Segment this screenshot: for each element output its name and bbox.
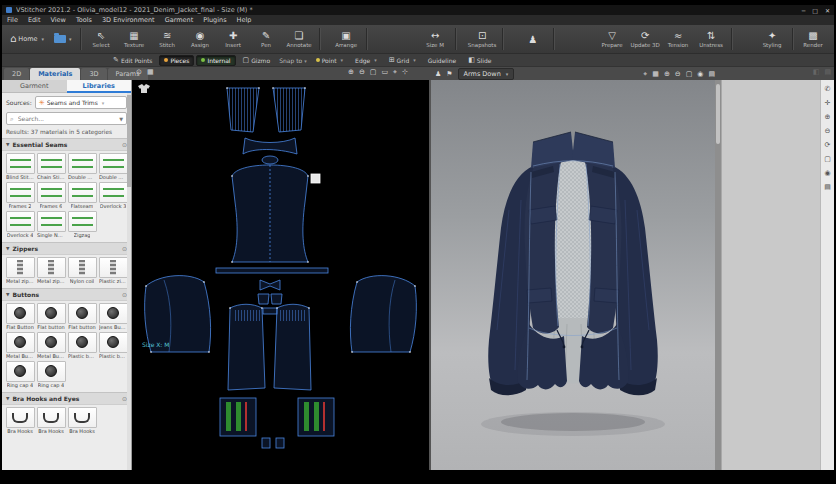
target-icon[interactable]: ⌖ — [393, 69, 397, 76]
edit-points-button[interactable]: ✎ Edit Points — [108, 54, 157, 66]
library-item[interactable]: Flat button — [36, 303, 66, 331]
zoom-in-icon[interactable]: ⊕ — [348, 69, 354, 76]
toolbar-annotate-button[interactable]: ❏Annotate — [283, 29, 316, 49]
library-item[interactable]: Overlock 3 — [98, 182, 128, 210]
library-item[interactable]: Bra Hooks — [5, 407, 35, 435]
library-item[interactable]: Chain Stitch — [36, 153, 66, 181]
avatar-icon[interactable]: ♟ — [435, 71, 441, 78]
zoom-in-icon[interactable]: ⊕ — [825, 114, 831, 121]
library-item[interactable]: Plastic button — [98, 332, 128, 360]
library-item[interactable]: Flat button — [67, 303, 97, 331]
category-header[interactable]: ▼Zippers⊙ — [2, 242, 131, 255]
library-item[interactable]: Single Needle — [36, 211, 66, 239]
menu-file[interactable]: File — [2, 15, 23, 25]
tab-3d[interactable]: 3D — [81, 68, 106, 80]
toolbar-styling-button[interactable]: ✦Styling — [756, 29, 789, 49]
slide-button[interactable]: ◧ Slide — [463, 54, 496, 66]
filter-icon[interactable]: ▼ — [119, 116, 123, 122]
toolbar-stitch-button[interactable]: ≋Stitch — [151, 29, 184, 49]
maximize-button[interactable]: □ — [812, 7, 818, 14]
snapshot-icon[interactable]: ◉ — [697, 71, 703, 78]
close-button[interactable]: ✕ — [825, 7, 830, 14]
pieces-toggle[interactable]: Pieces — [159, 55, 194, 66]
library-item[interactable]: Bra Hooks — [67, 407, 97, 435]
library-item[interactable]: Jeans Button — [98, 303, 128, 331]
library-tab-garment[interactable]: Garment — [2, 80, 67, 93]
snap-edge-button[interactable]: Edge — [350, 55, 382, 66]
guideline-button[interactable]: Guideline — [423, 55, 461, 66]
category-header[interactable]: ▼Bra Hooks and Eyes⊙ — [2, 392, 131, 405]
category-header[interactable]: ▼Buttons⊙ — [2, 288, 131, 301]
library-item[interactable]: Zigzag — [67, 211, 97, 239]
layers-icon[interactable]: ▤ — [824, 184, 831, 191]
library-item[interactable]: Double Needle — [98, 153, 128, 181]
minimize-button[interactable]: ─ — [802, 7, 806, 14]
phone-icon[interactable]: ✆ — [825, 86, 831, 93]
toolbar-select-button[interactable]: ⇖Select — [85, 29, 118, 49]
layers-icon[interactable]: ▤ — [824, 69, 831, 76]
toolbar-texture-button[interactable]: ▦Texture — [118, 29, 151, 49]
garment-3d-canvas[interactable] — [431, 80, 715, 472]
library-item[interactable]: Flat Button — [5, 303, 35, 331]
library-item[interactable]: Plastic zipper — [98, 257, 128, 285]
library-item[interactable]: Overlock 4 — [5, 211, 35, 239]
menu-help[interactable]: Help — [232, 15, 257, 25]
rotate-icon[interactable]: ⟳ — [825, 142, 831, 149]
menu-garment[interactable]: Garment — [160, 15, 199, 25]
library-scrollbar-thumb[interactable] — [127, 95, 131, 187]
library-item[interactable]: Flatseam — [67, 182, 97, 210]
library-item[interactable]: Metal zipper — [36, 257, 66, 285]
library-item[interactable]: Metal Button — [36, 332, 66, 360]
view3d-scrollbar[interactable] — [715, 80, 721, 470]
toolbar-insert-button[interactable]: ✚Insert — [217, 29, 250, 49]
home-button[interactable]: ⌂ Home — [5, 32, 49, 46]
internal-toggle[interactable]: Internal — [196, 55, 235, 66]
library-item[interactable]: Plastic button — [67, 332, 97, 360]
library-item[interactable]: Ring cap 4 — [5, 361, 35, 389]
layers-icon[interactable]: ▤ — [708, 71, 715, 78]
grid-view-icon[interactable]: ▦ — [652, 71, 659, 78]
library-scrollbar[interactable] — [127, 93, 131, 470]
sources-dropdown[interactable]: ✳ Seams and Trims — [35, 96, 127, 109]
menu-tools[interactable]: Tools — [71, 15, 97, 25]
frame-icon[interactable]: ▭ — [381, 69, 388, 76]
pattern-pieces[interactable] — [145, 88, 417, 448]
hand-icon[interactable]: ⊹ — [402, 69, 408, 76]
view3d-scrollbar-thumb[interactable] — [716, 84, 720, 144]
zoom-out-icon[interactable]: ⊖ — [675, 71, 681, 78]
fit-icon[interactable]: ▢ — [686, 71, 693, 78]
snap-point-button[interactable]: Point — [311, 55, 348, 66]
fit-icon[interactable]: ▢ — [824, 156, 831, 163]
toolbar-snapshots-button[interactable]: ⊡Snapshots — [466, 29, 499, 49]
menu-view[interactable]: View — [45, 15, 70, 25]
toolbar-tension-button[interactable]: ≈Tension — [662, 29, 695, 49]
menu-edit[interactable]: Edit — [23, 15, 46, 25]
pin-icon[interactable]: ⚑ — [446, 71, 452, 78]
pattern-2d-canvas[interactable]: Size X: M — [132, 80, 429, 472]
library-item[interactable]: Frames 2 — [5, 182, 35, 210]
library-item[interactable]: Nylon coil — [67, 257, 97, 285]
toolbar-mannequin-button[interactable]: ♟ — [517, 33, 550, 46]
library-tab-libraries[interactable]: Libraries — [67, 80, 132, 93]
category-header[interactable]: ▼Essential Seams⊙ — [2, 138, 131, 151]
gizmo-button[interactable]: ▢ Gizmo — [238, 54, 276, 66]
toolbar-pen-button[interactable]: ✎Pen — [250, 29, 283, 49]
panel-icon[interactable]: ◧ — [813, 69, 820, 76]
library-item[interactable]: Ring cap 4 — [36, 361, 66, 389]
snapshot-icon[interactable]: ◉ — [824, 170, 830, 177]
toolbar-assign-button[interactable]: ◉Assign — [184, 29, 217, 49]
target-icon[interactable]: ⌖ — [643, 71, 647, 78]
pattern-2d-view[interactable]: Size X: M — [132, 80, 429, 470]
zoom-in-icon[interactable]: ⊕ — [664, 71, 670, 78]
toolbar-size-m-button[interactable]: ↔Size M — [419, 29, 452, 49]
toolbar-arrange-button[interactable]: ▣Arrange — [330, 29, 363, 49]
toolbar-render-button[interactable]: ▩Render — [797, 29, 830, 49]
garment-3d-view[interactable] — [431, 80, 715, 470]
snap-grid-button[interactable]: ⊞ Grid — [384, 54, 421, 66]
pose-dropdown[interactable]: Arms Down — [458, 68, 515, 80]
pieces-view-icon[interactable]: ▦ — [147, 69, 154, 76]
toolbar-unstress-button[interactable]: ⇅Unstress — [695, 29, 728, 49]
pan-icon[interactable]: ✛ — [825, 100, 831, 107]
library-item[interactable]: Frames 6 — [36, 182, 66, 210]
tab-materials[interactable]: Materials — [30, 68, 80, 80]
